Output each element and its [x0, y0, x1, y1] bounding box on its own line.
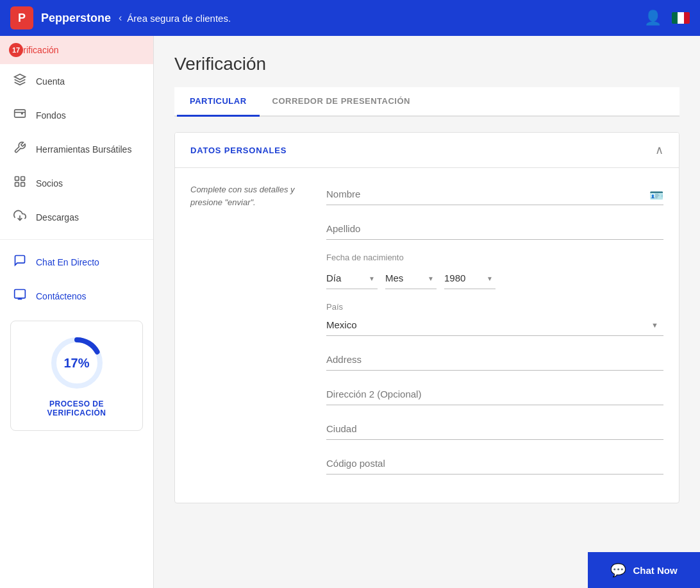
- progress-label: PROCESO DE VERIFICACIÓN: [21, 399, 132, 417]
- form-area: 🪪 Fecha de nacimiento Día: [326, 183, 663, 487]
- contact-icon: [13, 288, 27, 304]
- ciudad-field: [326, 418, 663, 440]
- codigo-postal-input[interactable]: [326, 453, 663, 475]
- section-title: DATOS PERSONALES: [190, 146, 287, 155]
- wallet-icon: [13, 107, 27, 123]
- nombre-input[interactable]: [326, 183, 663, 205]
- person-icon: [13, 175, 27, 191]
- download-icon: [13, 209, 27, 225]
- section-body: Complete con sus detalles y presione "en…: [175, 168, 679, 503]
- sidebar-label-contactenos: Contáctenos: [36, 291, 87, 301]
- nav-right: 👤: [644, 10, 690, 26]
- sidebar-label-cuenta: Cuenta: [36, 76, 65, 87]
- dob-row: Día for(let i=1;i<=31;i++) document.writ…: [326, 267, 663, 289]
- id-card-icon: 🪪: [649, 189, 663, 203]
- logo: P: [10, 6, 33, 29]
- ciudad-input[interactable]: [326, 418, 663, 440]
- pais-field: País Mexico Argentina España Colombia: [326, 302, 663, 336]
- svg-rect-2: [15, 177, 19, 181]
- section-hint: Complete con sus detalles y presione "en…: [190, 183, 306, 487]
- sidebar-label-chat: Chat En Directo: [36, 257, 99, 267]
- nav-left: P Pepperstone ‹ Área segura de clientes.: [10, 6, 231, 29]
- datos-personales-section: DATOS PERSONALES ∧ Complete con sus deta…: [174, 132, 679, 503]
- section-header: DATOS PERSONALES ∧: [175, 133, 679, 168]
- pais-select-wrapper: Mexico Argentina España Colombia: [326, 314, 663, 336]
- sidebar-item-socios[interactable]: Socios: [0, 166, 153, 200]
- year-select-wrapper: 1980 for(let y=1940;y<=2005;y++) if(y!==…: [444, 267, 496, 289]
- progress-circle: 17% %: [48, 334, 106, 392]
- tab-corredor[interactable]: CORREDOR DE PRESENTACIÓN: [260, 87, 423, 117]
- page-title: Verificación: [174, 54, 679, 74]
- svg-rect-5: [21, 183, 25, 187]
- svg-marker-0: [15, 74, 26, 80]
- address-field: [326, 349, 663, 371]
- nombre-field: 🪪: [326, 183, 663, 205]
- tools-icon: [13, 141, 27, 157]
- top-navigation: P Pepperstone ‹ Área segura de clientes.…: [0, 0, 700, 36]
- svg-rect-4: [15, 183, 19, 187]
- pais-label: País: [326, 302, 663, 312]
- dob-label: Fecha de nacimiento: [326, 253, 663, 262]
- breadcrumb: ‹ Área segura de clientes.: [119, 12, 231, 24]
- codigo-postal-field: [326, 453, 663, 475]
- svg-rect-7: [15, 290, 26, 298]
- direccion2-field: [326, 383, 663, 405]
- sidebar-item-fondos[interactable]: Fondos: [0, 98, 153, 132]
- verificacion-badge: 17: [9, 43, 23, 57]
- progress-card: 17% % PROCESO DE VERIFICACIÓN: [10, 321, 143, 431]
- layers-icon: [13, 73, 27, 89]
- svg-rect-1: [15, 110, 26, 117]
- sidebar-item-contactenos[interactable]: Contáctenos: [0, 279, 153, 313]
- sidebar-item-herramientas[interactable]: Herramientas Bursátiles: [0, 132, 153, 166]
- dob-day-select[interactable]: Día for(let i=1;i<=31;i++) document.writ…: [326, 267, 378, 289]
- language-flag[interactable]: [672, 12, 690, 24]
- tab-particular[interactable]: PARTICULAR: [177, 87, 260, 117]
- sidebar-label-descargas: Descargas: [36, 212, 79, 223]
- apellido-field: [326, 218, 663, 240]
- chat-icon: [13, 254, 27, 270]
- sidebar-item-descargas[interactable]: Descargas: [0, 200, 153, 234]
- direccion2-input[interactable]: [326, 383, 663, 405]
- chat-now-button[interactable]: 💬 Chat Now: [588, 552, 700, 588]
- user-account-button[interactable]: 👤: [644, 10, 662, 26]
- breadcrumb-chevron: ‹: [119, 12, 122, 24]
- progress-percent: 17%: [63, 356, 89, 371]
- brand-name: Pepperstone: [41, 12, 111, 25]
- pais-select[interactable]: Mexico Argentina España Colombia: [326, 314, 663, 336]
- sidebar-label-herramientas: Herramientas Bursátiles: [36, 144, 131, 155]
- day-select-wrapper: Día for(let i=1;i<=31;i++) document.writ…: [326, 267, 378, 289]
- dob-field: Fecha de nacimiento Día for(let i=1;i<=3…: [326, 253, 663, 289]
- chat-now-bubble-icon: 💬: [610, 562, 626, 578]
- apellido-input[interactable]: [326, 218, 663, 240]
- section-collapse-button[interactable]: ∧: [655, 143, 663, 157]
- sidebar-item-cuenta[interactable]: Cuenta: [0, 64, 153, 98]
- dob-year-select[interactable]: 1980 for(let y=1940;y<=2005;y++) if(y!==…: [444, 267, 496, 289]
- breadcrumb-text: Área segura de clientes.: [127, 13, 231, 24]
- month-select-wrapper: Mes EneFebMar AbrMayJun JulAgoSep OctNov…: [385, 267, 437, 289]
- section-hint-text: Complete con sus detalles y presione "en…: [190, 183, 306, 208]
- address-input[interactable]: [326, 349, 663, 371]
- sidebar-item-chat[interactable]: Chat En Directo: [0, 245, 153, 279]
- sidebar: 17 Verificación Cuenta Fondos Herramient…: [0, 36, 154, 588]
- main-content: Verificación PARTICULAR CORREDOR DE PRES…: [154, 36, 700, 588]
- sidebar-divider: [0, 239, 153, 240]
- sidebar-label-socios: Socios: [36, 178, 63, 189]
- chat-now-label: Chat Now: [633, 565, 677, 576]
- sidebar-label-fondos: Fondos: [36, 110, 66, 121]
- svg-rect-3: [21, 177, 25, 181]
- tab-bar: PARTICULAR CORREDOR DE PRESENTACIÓN: [174, 87, 679, 117]
- dob-month-select[interactable]: Mes EneFebMar AbrMayJun JulAgoSep OctNov…: [385, 267, 437, 289]
- sidebar-item-verificacion[interactable]: 17 Verificación: [0, 36, 153, 64]
- main-layout: 17 Verificación Cuenta Fondos Herramient…: [0, 36, 700, 588]
